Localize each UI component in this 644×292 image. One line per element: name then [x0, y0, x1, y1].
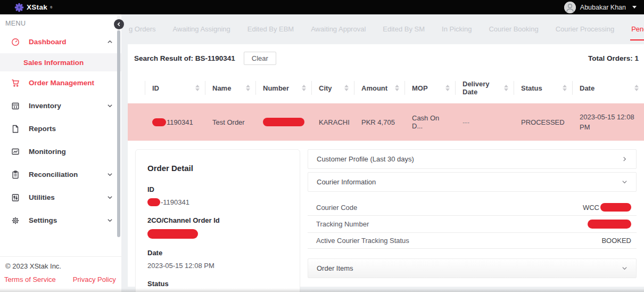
sidebar-item-reconciliation[interactable]: Reconciliation [0, 163, 121, 186]
sort-icon[interactable] [634, 85, 639, 91]
redaction-mark [263, 118, 304, 126]
tab-courier-booking[interactable]: Courier Booking [488, 25, 539, 39]
sort-icon[interactable] [445, 85, 450, 91]
chevron-down-icon [107, 194, 113, 200]
search-result-bar: Search Result of: BS-1190341 Clear Total… [128, 44, 644, 70]
sort-icon[interactable] [395, 85, 399, 91]
field-label-channel-order-id: 2CO/Channel Order Id [147, 216, 288, 224]
sidebar-footer: © 2023 XStak Inc. Terms of Service Priva… [0, 256, 121, 292]
sidebar-nav: Dashboard Sales Information Order Manage… [0, 30, 121, 232]
cell-mop: Cash On D... [404, 114, 455, 130]
user-menu[interactable]: Abubakar Khan [564, 2, 637, 13]
cell-id: 1190341 [145, 118, 205, 126]
sidebar-item-inventory[interactable]: Inventory [0, 94, 121, 117]
sidebar-item-label: Utilities [29, 193, 55, 201]
order-detail-accordions: Customer Profile (Last 30 days) Courier … [308, 149, 637, 292]
chevron-down-icon [622, 179, 628, 185]
cell-amount: PKR 4,705 [354, 118, 404, 126]
sidebar-item-label: Reconciliation [29, 171, 78, 179]
customer-profile-title: Customer Profile (Last 30 days) [317, 155, 414, 163]
sidebar-item-dashboard[interactable]: Dashboard [0, 30, 121, 53]
column-header-status[interactable]: Status [514, 72, 572, 103]
sidebar-item-label: Sales Information [23, 59, 84, 67]
tab-edited-by-ebm[interactable]: Edited By EBM [246, 25, 295, 39]
column-header-name[interactable]: Name [205, 72, 255, 103]
sidebar-item-utilities[interactable]: Utilities [0, 186, 121, 209]
sort-icon[interactable] [302, 85, 306, 91]
chevron-down-icon [622, 265, 628, 271]
menu-heading: MENU [0, 14, 121, 30]
cell-delivery-date: --- [455, 118, 514, 126]
orders-panel: Search Result of: BS-1190341 Clear Total… [128, 44, 644, 287]
clipboard-icon [11, 170, 20, 179]
tab-pending-dispatch[interactable]: Pending Dispatch [630, 25, 644, 40]
courier-information-rows: Courier Code WCC Tracking Number [308, 199, 637, 249]
column-header-mop[interactable]: MOP [404, 72, 455, 103]
sort-icon[interactable] [246, 85, 250, 91]
sort-icon[interactable] [563, 85, 567, 91]
courier-information-accordion[interactable]: Courier Information [308, 172, 637, 192]
column-header-id[interactable]: ID [145, 72, 205, 103]
total-orders-text: Total Orders: 1 [588, 54, 640, 62]
order-items-accordion[interactable]: Order Items [308, 258, 637, 278]
xstak-logo-icon [14, 3, 24, 12]
tab-courier-processing[interactable]: Courier Processing [555, 25, 616, 39]
brand-trademark: ® [50, 6, 53, 9]
sidebar-scrollbar[interactable] [117, 15, 120, 237]
sidebar: MENU Dashboard Sales Information [0, 14, 121, 292]
sort-icon[interactable] [344, 85, 349, 91]
redaction-mark [147, 198, 160, 206]
copyright-text: © 2023 XStak Inc. [4, 262, 117, 270]
sliders-icon [11, 193, 20, 202]
field-value-date: 2023-05-15 12:08 PM [147, 262, 288, 270]
chevron-down-icon [632, 6, 637, 9]
courier-information-title: Courier Information [317, 178, 376, 186]
gear-icon [11, 216, 20, 225]
terms-of-service-link[interactable]: Terms of Service [4, 275, 56, 283]
sort-icon[interactable] [195, 85, 200, 91]
column-header-amount[interactable]: Amount [354, 72, 404, 103]
sidebar-item-order-management[interactable]: Order Management [0, 71, 121, 94]
sidebar-item-label: Monitoring [29, 148, 66, 156]
sidebar-item-settings[interactable]: Settings [0, 209, 121, 232]
table-row[interactable]: 1190341 Test Order KARACHI PKR 4,705 Cas… [128, 103, 644, 141]
customer-profile-accordion[interactable]: Customer Profile (Last 30 days) [308, 149, 637, 169]
sort-icon[interactable] [504, 85, 508, 91]
column-header-number[interactable]: Number [255, 72, 311, 103]
clear-search-button[interactable]: Clear [244, 52, 276, 65]
sidebar-item-label: Dashboard [29, 38, 67, 46]
cart-icon [11, 78, 20, 87]
redaction-mark [588, 220, 631, 229]
tab-awaiting-assigning[interactable]: Awaiting Assigning [172, 25, 232, 39]
column-header-city[interactable]: City [311, 72, 354, 103]
sidebar-item-sales-information[interactable]: Sales Information [0, 53, 121, 71]
field-label-status: Status [147, 280, 288, 288]
app-window: XStak ® Abubakar Khan MENU [0, 0, 644, 292]
column-header-date[interactable]: Date [572, 72, 644, 103]
field-value-id: -1190341 [147, 198, 288, 206]
tab-g-orders[interactable]: g Orders [128, 25, 157, 39]
order-detail-title: Order Detail [147, 164, 288, 173]
sidebar-item-label: Reports [29, 125, 56, 133]
sidebar-item-reports[interactable]: Reports [0, 117, 121, 140]
order-detail-section: Order Detail ID -1190341 2CO/Channel Ord… [128, 141, 644, 292]
sidebar-collapse-button[interactable] [114, 19, 124, 29]
topbar: XStak ® Abubakar Khan [0, 0, 644, 14]
column-header-delivery-date[interactable]: Delivery Date [455, 72, 514, 103]
search-result-text: Search Result of: BS-1190341 [134, 54, 235, 62]
order-items-title: Order Items [317, 264, 353, 272]
cell-name: Test Order [205, 118, 255, 126]
chevron-down-icon [107, 172, 113, 177]
tab-awaiting-approval[interactable]: Awaiting Approval [310, 25, 367, 39]
sidebar-item-monitoring[interactable]: Monitoring [0, 140, 121, 163]
sidebar-scrollbar-thumb[interactable] [117, 30, 120, 237]
avatar [564, 2, 576, 13]
main-content: g Orders Awaiting Assigning Edited By EB… [121, 14, 644, 292]
order-detail-card: Order Detail ID -1190341 2CO/Channel Ord… [135, 149, 300, 292]
privacy-policy-link[interactable]: Privacy Policy [73, 275, 116, 283]
tab-edited-by-sm[interactable]: Edited By SM [382, 25, 426, 39]
tab-in-picking[interactable]: In Picking [441, 25, 473, 39]
sidebar-item-label: Order Management [29, 79, 94, 87]
redaction-mark [147, 229, 198, 239]
cell-date: 2023-05-15 12:08 PM [572, 104, 644, 140]
